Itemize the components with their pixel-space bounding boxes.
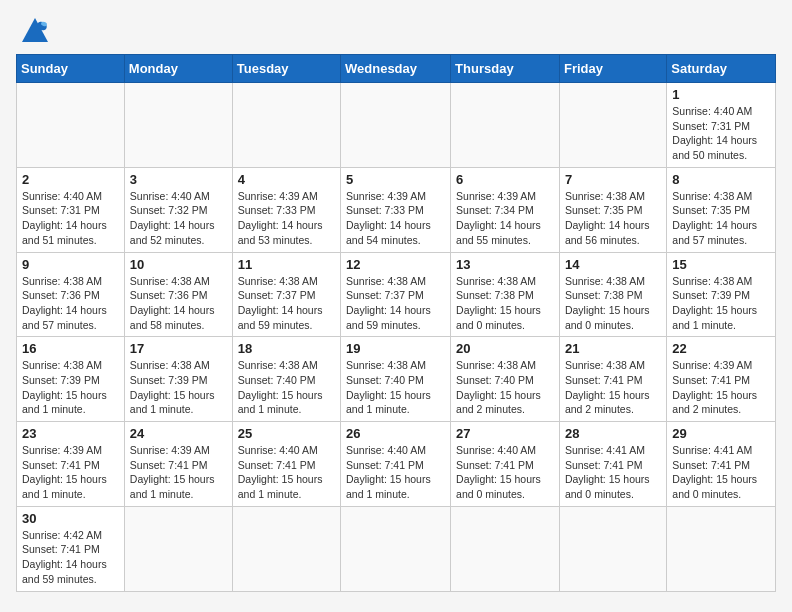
day-info: Sunrise: 4:40 AM Sunset: 7:41 PM Dayligh… <box>238 443 335 502</box>
calendar: SundayMondayTuesdayWednesdayThursdayFrid… <box>16 54 776 592</box>
calendar-day-cell: 20Sunrise: 4:38 AM Sunset: 7:40 PM Dayli… <box>451 337 560 422</box>
calendar-day-cell: 19Sunrise: 4:38 AM Sunset: 7:40 PM Dayli… <box>341 337 451 422</box>
calendar-header-row: SundayMondayTuesdayWednesdayThursdayFrid… <box>17 55 776 83</box>
day-number: 7 <box>565 172 661 187</box>
day-info: Sunrise: 4:40 AM Sunset: 7:32 PM Dayligh… <box>130 189 227 248</box>
day-number: 29 <box>672 426 770 441</box>
day-info: Sunrise: 4:41 AM Sunset: 7:41 PM Dayligh… <box>565 443 661 502</box>
day-number: 15 <box>672 257 770 272</box>
day-number: 20 <box>456 341 554 356</box>
day-info: Sunrise: 4:38 AM Sunset: 7:37 PM Dayligh… <box>238 274 335 333</box>
day-info: Sunrise: 4:40 AM Sunset: 7:31 PM Dayligh… <box>672 104 770 163</box>
day-info: Sunrise: 4:40 AM Sunset: 7:41 PM Dayligh… <box>456 443 554 502</box>
calendar-week-row: 16Sunrise: 4:38 AM Sunset: 7:39 PM Dayli… <box>17 337 776 422</box>
day-header-saturday: Saturday <box>667 55 776 83</box>
day-info: Sunrise: 4:39 AM Sunset: 7:41 PM Dayligh… <box>22 443 119 502</box>
day-number: 30 <box>22 511 119 526</box>
day-info: Sunrise: 4:39 AM Sunset: 7:33 PM Dayligh… <box>346 189 445 248</box>
logo <box>16 16 50 44</box>
calendar-day-cell: 28Sunrise: 4:41 AM Sunset: 7:41 PM Dayli… <box>559 422 666 507</box>
day-info: Sunrise: 4:40 AM Sunset: 7:41 PM Dayligh… <box>346 443 445 502</box>
calendar-day-cell <box>341 83 451 168</box>
calendar-day-cell <box>232 506 340 591</box>
calendar-day-cell: 10Sunrise: 4:38 AM Sunset: 7:36 PM Dayli… <box>124 252 232 337</box>
day-header-friday: Friday <box>559 55 666 83</box>
day-number: 23 <box>22 426 119 441</box>
day-info: Sunrise: 4:38 AM Sunset: 7:40 PM Dayligh… <box>346 358 445 417</box>
calendar-week-row: 1Sunrise: 4:40 AM Sunset: 7:31 PM Daylig… <box>17 83 776 168</box>
calendar-day-cell <box>341 506 451 591</box>
day-info: Sunrise: 4:42 AM Sunset: 7:41 PM Dayligh… <box>22 528 119 587</box>
day-number: 8 <box>672 172 770 187</box>
calendar-day-cell: 22Sunrise: 4:39 AM Sunset: 7:41 PM Dayli… <box>667 337 776 422</box>
day-number: 12 <box>346 257 445 272</box>
day-number: 25 <box>238 426 335 441</box>
day-info: Sunrise: 4:39 AM Sunset: 7:41 PM Dayligh… <box>672 358 770 417</box>
calendar-day-cell: 6Sunrise: 4:39 AM Sunset: 7:34 PM Daylig… <box>451 167 560 252</box>
calendar-day-cell: 23Sunrise: 4:39 AM Sunset: 7:41 PM Dayli… <box>17 422 125 507</box>
day-number: 24 <box>130 426 227 441</box>
day-number: 3 <box>130 172 227 187</box>
calendar-day-cell: 8Sunrise: 4:38 AM Sunset: 7:35 PM Daylig… <box>667 167 776 252</box>
logo-icon <box>20 16 50 44</box>
calendar-day-cell: 7Sunrise: 4:38 AM Sunset: 7:35 PM Daylig… <box>559 167 666 252</box>
day-number: 16 <box>22 341 119 356</box>
day-info: Sunrise: 4:38 AM Sunset: 7:40 PM Dayligh… <box>238 358 335 417</box>
day-number: 22 <box>672 341 770 356</box>
calendar-week-row: 30Sunrise: 4:42 AM Sunset: 7:41 PM Dayli… <box>17 506 776 591</box>
day-info: Sunrise: 4:38 AM Sunset: 7:37 PM Dayligh… <box>346 274 445 333</box>
day-header-monday: Monday <box>124 55 232 83</box>
day-info: Sunrise: 4:41 AM Sunset: 7:41 PM Dayligh… <box>672 443 770 502</box>
day-number: 6 <box>456 172 554 187</box>
calendar-day-cell: 16Sunrise: 4:38 AM Sunset: 7:39 PM Dayli… <box>17 337 125 422</box>
calendar-day-cell <box>667 506 776 591</box>
calendar-day-cell <box>451 83 560 168</box>
calendar-day-cell <box>124 506 232 591</box>
day-header-tuesday: Tuesday <box>232 55 340 83</box>
calendar-day-cell: 2Sunrise: 4:40 AM Sunset: 7:31 PM Daylig… <box>17 167 125 252</box>
day-number: 18 <box>238 341 335 356</box>
day-info: Sunrise: 4:38 AM Sunset: 7:39 PM Dayligh… <box>22 358 119 417</box>
day-number: 17 <box>130 341 227 356</box>
day-number: 11 <box>238 257 335 272</box>
day-info: Sunrise: 4:39 AM Sunset: 7:41 PM Dayligh… <box>130 443 227 502</box>
calendar-day-cell <box>559 506 666 591</box>
calendar-day-cell: 12Sunrise: 4:38 AM Sunset: 7:37 PM Dayli… <box>341 252 451 337</box>
day-number: 26 <box>346 426 445 441</box>
day-number: 13 <box>456 257 554 272</box>
day-info: Sunrise: 4:38 AM Sunset: 7:39 PM Dayligh… <box>672 274 770 333</box>
header <box>16 16 776 44</box>
day-number: 14 <box>565 257 661 272</box>
calendar-day-cell: 26Sunrise: 4:40 AM Sunset: 7:41 PM Dayli… <box>341 422 451 507</box>
day-info: Sunrise: 4:39 AM Sunset: 7:34 PM Dayligh… <box>456 189 554 248</box>
calendar-day-cell: 9Sunrise: 4:38 AM Sunset: 7:36 PM Daylig… <box>17 252 125 337</box>
calendar-day-cell: 4Sunrise: 4:39 AM Sunset: 7:33 PM Daylig… <box>232 167 340 252</box>
day-number: 21 <box>565 341 661 356</box>
calendar-day-cell: 30Sunrise: 4:42 AM Sunset: 7:41 PM Dayli… <box>17 506 125 591</box>
day-number: 1 <box>672 87 770 102</box>
day-number: 2 <box>22 172 119 187</box>
calendar-day-cell: 3Sunrise: 4:40 AM Sunset: 7:32 PM Daylig… <box>124 167 232 252</box>
calendar-day-cell: 29Sunrise: 4:41 AM Sunset: 7:41 PM Dayli… <box>667 422 776 507</box>
day-header-sunday: Sunday <box>17 55 125 83</box>
calendar-day-cell: 13Sunrise: 4:38 AM Sunset: 7:38 PM Dayli… <box>451 252 560 337</box>
calendar-day-cell <box>17 83 125 168</box>
day-header-thursday: Thursday <box>451 55 560 83</box>
calendar-day-cell: 24Sunrise: 4:39 AM Sunset: 7:41 PM Dayli… <box>124 422 232 507</box>
calendar-day-cell: 11Sunrise: 4:38 AM Sunset: 7:37 PM Dayli… <box>232 252 340 337</box>
calendar-day-cell: 5Sunrise: 4:39 AM Sunset: 7:33 PM Daylig… <box>341 167 451 252</box>
day-info: Sunrise: 4:38 AM Sunset: 7:38 PM Dayligh… <box>565 274 661 333</box>
day-info: Sunrise: 4:38 AM Sunset: 7:36 PM Dayligh… <box>22 274 119 333</box>
calendar-day-cell: 15Sunrise: 4:38 AM Sunset: 7:39 PM Dayli… <box>667 252 776 337</box>
calendar-day-cell: 1Sunrise: 4:40 AM Sunset: 7:31 PM Daylig… <box>667 83 776 168</box>
day-number: 28 <box>565 426 661 441</box>
day-number: 9 <box>22 257 119 272</box>
day-number: 19 <box>346 341 445 356</box>
calendar-day-cell: 21Sunrise: 4:38 AM Sunset: 7:41 PM Dayli… <box>559 337 666 422</box>
day-info: Sunrise: 4:38 AM Sunset: 7:35 PM Dayligh… <box>565 189 661 248</box>
calendar-week-row: 23Sunrise: 4:39 AM Sunset: 7:41 PM Dayli… <box>17 422 776 507</box>
calendar-day-cell <box>451 506 560 591</box>
day-info: Sunrise: 4:38 AM Sunset: 7:41 PM Dayligh… <box>565 358 661 417</box>
calendar-day-cell <box>232 83 340 168</box>
day-info: Sunrise: 4:38 AM Sunset: 7:39 PM Dayligh… <box>130 358 227 417</box>
